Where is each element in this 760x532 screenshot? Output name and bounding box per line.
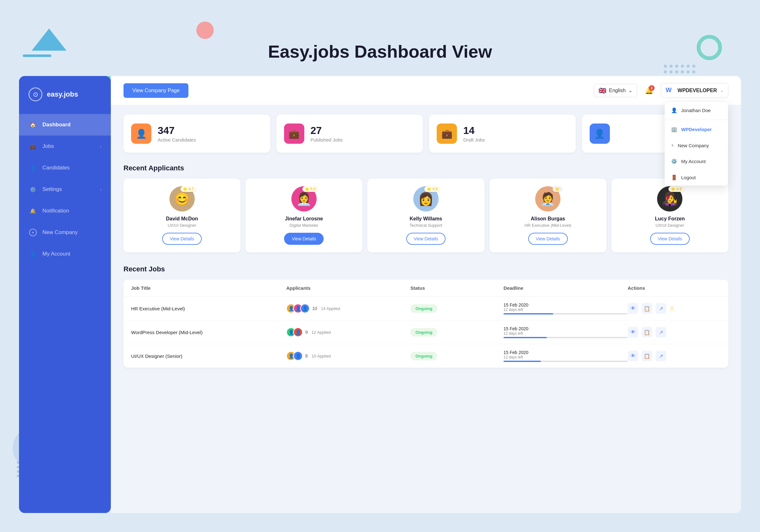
alison-avatar-wrap: 🧑‍💼 ⭐	[535, 186, 560, 212]
status-cell-wp: Ongoing	[410, 329, 503, 335]
sidebar-item-notification[interactable]: 🔔 Notification	[19, 200, 111, 222]
sidebar-label-candidates: Candidates	[42, 165, 70, 171]
company-switcher-button[interactable]: W WPDEVELOPER ⌄ 👤 Jonathan Doe 🏢 WPD	[661, 83, 728, 98]
bg-triangle-blue	[32, 28, 67, 51]
main-scroll-area: 👤 347 Active Candidates 💼 27 Published J…	[111, 105, 741, 513]
dropdown-item-new-company[interactable]: + New Company	[665, 137, 728, 153]
applicant-count-wp: 9	[305, 330, 308, 335]
applicants-grid: 😊 ⭐ 4.7 David McDon UX/UI Designer View …	[123, 178, 728, 252]
jinefar-rating: ⭐ 5.0	[303, 186, 318, 192]
page-title: Easy.jobs Dashboard View	[0, 41, 760, 62]
draft-jobs-label: Draft Jobs	[463, 137, 485, 142]
status-badge-ui: Ongoing	[410, 352, 437, 361]
sidebar-label-dashboard: Dashboard	[42, 121, 71, 128]
david-name: David McDon	[166, 216, 198, 222]
job-title-ui: UI/UX Designer (Senior)	[131, 354, 286, 359]
bg-circle-pink	[196, 22, 214, 39]
deadline-cell-hr: 15 Feb 2020 12 days left	[503, 303, 628, 314]
applicant-card-david: 😊 ⭐ 4.7 David McDon UX/UI Designer View …	[123, 178, 240, 252]
view-company-button[interactable]: View Company Page	[123, 83, 188, 98]
sidebar-logo: ⊙ easy.jobs	[19, 76, 111, 111]
bg-circle-green	[697, 35, 722, 60]
status-badge-hr: Ongoing	[410, 304, 437, 313]
applicant-card-lucy: 👩‍🎤 ⭐ 4.8 Lucy Forzen UX/UI Designer Vie…	[611, 178, 728, 252]
edit-action-ui[interactable]: 📋	[641, 351, 652, 361]
view-action-wp[interactable]: 👁	[628, 327, 639, 338]
svg-text:W: W	[666, 86, 672, 93]
alison-view-details-button[interactable]: View Details	[528, 233, 568, 245]
draft-jobs-icon: 💼	[442, 128, 452, 139]
dropdown-item-logout[interactable]: 🚪 Logout	[665, 169, 728, 186]
view-action-ui[interactable]: 👁	[628, 351, 639, 361]
sidebar-item-dashboard[interactable]: 🏠 Dashboard	[19, 114, 111, 135]
sidebar-item-new-company[interactable]: + New Company	[19, 222, 111, 243]
jinefar-name: Jinefar Lorosne	[285, 216, 323, 222]
sidebar-item-candidates[interactable]: 👤 Candidates	[19, 157, 111, 178]
lucy-name: Lucy Forzen	[655, 216, 685, 222]
kelly-role: Technical Support	[409, 223, 442, 228]
warning-icon-hr: ⚠	[669, 305, 675, 312]
language-selector[interactable]: 🇬🇧 English ⌄	[594, 84, 637, 97]
active-candidates-icon-wrap: 👤	[131, 123, 151, 144]
dropdown-my-account-label: My Account	[681, 159, 706, 164]
notification-bell-button[interactable]: 🔔 3	[645, 86, 653, 95]
actions-cell-hr: 👁 📋 ↗ ⚠	[628, 303, 721, 314]
deadline-cell-ui: 15 Feb 2020 12 days left	[503, 350, 628, 362]
sidebar-label-new-company: New Company	[42, 229, 78, 236]
applied-text-wp: 12 Applied	[311, 330, 331, 335]
view-action-hr[interactable]: 👁	[628, 303, 639, 314]
dropdown-wpdeveloper-label: WPDeveloper	[681, 127, 712, 132]
extra-icon-wrap: 👤	[590, 123, 610, 144]
table-row: WordPress Developer (Mid-Level) 👤 👤 9 12…	[123, 320, 728, 344]
applied-text-ui: 10 Applied	[311, 354, 331, 359]
sidebar-item-settings[interactable]: ⚙️ Settings ›	[19, 178, 111, 200]
share-action-wp[interactable]: ↗	[655, 327, 666, 338]
david-view-details-button[interactable]: View Details	[162, 233, 202, 245]
kelly-view-details-button[interactable]: View Details	[406, 233, 446, 245]
sidebar-item-jobs[interactable]: 💼 Jobs ›	[19, 135, 111, 157]
dropdown-item-wpdeveloper[interactable]: 🏢 WPDeveloper	[665, 121, 728, 137]
notification-badge: 3	[649, 85, 654, 91]
kelly-name: Kelly Willams	[410, 216, 442, 222]
jinefar-avatar-wrap: 👩‍💼 ⭐ 5.0	[291, 186, 317, 212]
deadline-left-wp: 12 days left	[503, 331, 628, 336]
sidebar-label-jobs: Jobs	[42, 143, 54, 149]
jinefar-view-details-button[interactable]: View Details	[284, 233, 324, 245]
alison-name: Alison Burgas	[531, 216, 565, 222]
dropdown-item-my-account[interactable]: ⚙️ My Account	[665, 153, 728, 169]
lucy-rating: ⭐ 4.8	[669, 186, 684, 192]
draft-jobs-icon-wrap: 💼	[437, 123, 457, 144]
sidebar-item-my-account[interactable]: 👤 My Account	[19, 243, 111, 265]
company-name-label: WPDEVELOPER	[678, 88, 717, 93]
recent-jobs-title: Recent Jobs	[123, 265, 728, 273]
edit-action-wp[interactable]: 📋	[641, 327, 652, 338]
stat-card-draft-jobs: 💼 14 Draft Jobs	[429, 115, 576, 153]
share-action-ui[interactable]: ↗	[655, 351, 666, 361]
col-actions: Actions	[628, 285, 721, 291]
recent-applicants-title: Recent Applicants	[123, 164, 728, 172]
company-icon: 🏢	[671, 126, 677, 132]
published-jobs-number: 27	[310, 125, 343, 136]
dropdown-new-company-label: New Company	[678, 143, 709, 148]
deadline-date-wp: 15 Feb 2020	[503, 326, 628, 331]
sidebar-label-notification: Notification	[42, 208, 69, 214]
jobs-table: Job Title Applicants Status Deadline Act…	[123, 280, 728, 368]
account-icon: ⚙️	[671, 158, 677, 164]
job-title-wp: WordPress Developer (Mid-Level)	[131, 330, 286, 335]
share-action-hr[interactable]: ↗	[655, 303, 666, 314]
topbar: View Company Page 🇬🇧 English ⌄ 🔔 3 W WPD…	[111, 76, 741, 105]
dropdown-jonathan-label: Jonathan Doe	[681, 108, 711, 113]
dropdown-item-jonathan[interactable]: 👤 Jonathan Doe	[665, 102, 728, 119]
actions-cell-wp: 👁 📋 ↗	[628, 327, 721, 338]
settings-icon: ⚙️	[28, 185, 37, 194]
my-account-icon: 👤	[28, 250, 37, 259]
david-rating: ⭐ 4.7	[180, 186, 196, 192]
stat-card-published-jobs: 💼 27 Published Jobs	[276, 115, 423, 153]
language-chevron-icon: ⌄	[628, 87, 632, 93]
lucy-view-details-button[interactable]: View Details	[650, 233, 690, 245]
job-title-hr: HR Executive (Mid-Level)	[131, 306, 286, 311]
applicants-cell-wp: 👤 👤 9 12 Applied	[286, 327, 410, 337]
deadline-left-hr: 12 days left	[503, 308, 628, 312]
dropdown-divider-1	[665, 120, 728, 120]
edit-action-hr[interactable]: 📋	[641, 303, 652, 314]
